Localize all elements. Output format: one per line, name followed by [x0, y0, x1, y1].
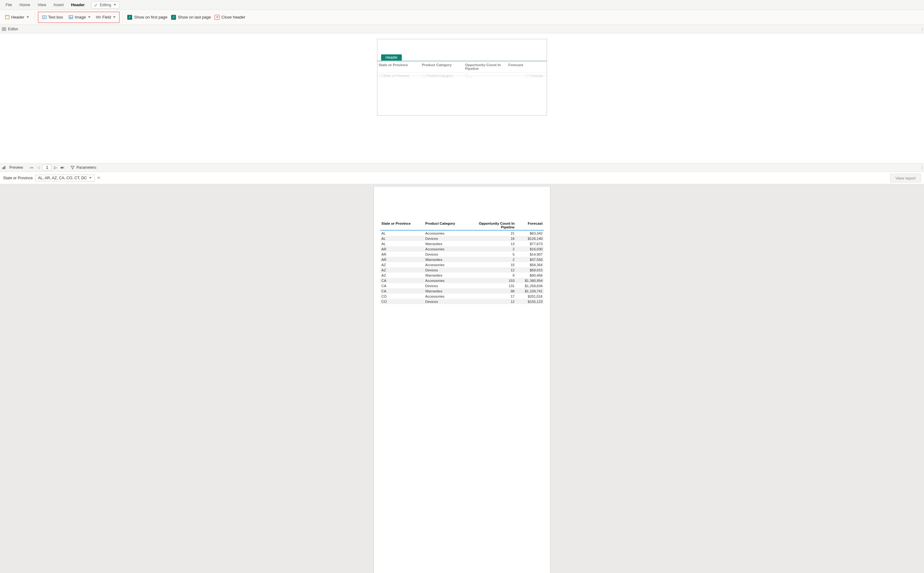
table-cell: 5 [469, 252, 516, 257]
show-last-label: Show on last page [178, 15, 211, 19]
expand-panel-icon[interactable]: ⟩ [921, 165, 923, 170]
table-cell: $201,016 [516, 294, 544, 299]
prev-page-button[interactable]: ◁ [36, 165, 41, 170]
show-last-page-toggle[interactable]: ✓ Show on last page [171, 15, 211, 20]
insert-group-highlight: A Text box Image Field [38, 12, 120, 23]
report-header-cell: Forecast [516, 221, 544, 230]
view-report-button[interactable]: View report [890, 174, 921, 182]
table-cell: 88 [469, 288, 516, 294]
chevron-down-icon [88, 16, 91, 18]
menu-bar: File Home View Insert Header Editing [0, 0, 924, 10]
menu-tab-home[interactable]: Home [16, 0, 34, 9]
show-first-page-toggle[interactable]: ✓ Show on first page [127, 15, 167, 20]
design-body-divider [378, 76, 546, 76]
table-cell: AR [380, 252, 424, 257]
design-col-header[interactable]: Product Category [421, 61, 464, 72]
image-button-label: Image [75, 15, 86, 19]
chevron-down-icon [113, 16, 116, 18]
design-col-header[interactable]: Opportunity Count In Pipeline [464, 61, 507, 72]
parameter-filter-row: State or Province AL, AR, AZ, CA, CO, CT… [0, 172, 924, 184]
menu-tab-file[interactable]: File [2, 0, 16, 9]
design-page[interactable]: Header State or Province Product Categor… [377, 39, 547, 116]
table-row: ALDevices16$126,140 [380, 236, 544, 241]
table-cell: $155,123 [516, 299, 544, 304]
checkbox-checked-icon: ✓ [127, 15, 132, 20]
preview-header-space [380, 196, 544, 221]
report-table: State or Province Product Category Oppor… [380, 221, 544, 304]
clear-filter-button[interactable]: ✕ [97, 175, 100, 180]
design-header-zone: Header State or Province Product Categor… [378, 61, 546, 79]
svg-rect-18 [3, 167, 4, 169]
table-row: CADevices131$1,258,634 [380, 283, 544, 288]
table-cell: $1,109,741 [516, 288, 544, 294]
svg-rect-1 [5, 16, 9, 16]
editing-mode-dropdown[interactable]: Editing [91, 1, 120, 9]
parameters-label: Parameters [76, 165, 96, 170]
table-cell: Devices [424, 267, 469, 272]
table-cell: 15 [469, 262, 516, 267]
header-zone-tab[interactable]: Header [381, 55, 402, 61]
table-cell: CA [380, 288, 424, 294]
editor-icon [2, 27, 6, 31]
design-col-header[interactable]: Forecast [507, 61, 544, 72]
svg-rect-12 [4, 29, 6, 30]
table-cell: AR [380, 246, 424, 252]
field-dropdown-button[interactable]: Field [94, 13, 118, 22]
menu-tab-view[interactable]: View [34, 0, 50, 9]
table-row: AZAccessories15$58,364 [380, 262, 544, 267]
close-header-button[interactable]: ✕ Close header [215, 15, 245, 20]
svg-rect-10 [4, 27, 6, 28]
svg-rect-7 [99, 16, 101, 18]
table-row: ARDevices5$14,907 [380, 252, 544, 257]
table-cell: Devices [424, 236, 469, 241]
page-number-input[interactable] [42, 164, 52, 171]
textbox-button-label: Text box [48, 15, 63, 19]
table-row: ALAccessories21$63,342 [380, 230, 544, 236]
table-cell: Accessories [424, 278, 469, 283]
table-row: CAAccessories153$1,380,954 [380, 278, 544, 283]
table-cell: $37,550 [516, 257, 544, 262]
table-cell: 17 [469, 294, 516, 299]
svg-point-5 [70, 16, 70, 17]
menu-tab-insert[interactable]: Insert [50, 0, 68, 9]
table-cell: 16 [469, 236, 516, 241]
preview-title: Preview [9, 165, 23, 170]
pencil-icon [94, 3, 98, 7]
last-page-button[interactable]: ⏭ [59, 165, 66, 170]
preview-canvas[interactable]: State or Province Product Category Oppor… [0, 184, 924, 573]
table-cell: 131 [469, 283, 516, 288]
table-cell: Accessories [424, 246, 469, 252]
table-cell: Accessories [424, 294, 469, 299]
editor-section-bar: Editor ⟩ [0, 25, 924, 33]
ribbon-header: Header A Text box Image Field ✓ Show [0, 10, 924, 25]
table-cell: 9 [469, 272, 516, 278]
image-dropdown-button[interactable]: Image [66, 13, 93, 22]
editor-title: Editor [8, 27, 18, 31]
chart-icon [2, 165, 6, 170]
editing-mode-label: Editing [100, 3, 111, 7]
menu-tab-header[interactable]: Header [67, 0, 88, 9]
first-page-button[interactable]: ⏮ [28, 165, 34, 170]
header-dropdown-button[interactable]: Header [3, 13, 31, 22]
table-cell: CA [380, 278, 424, 283]
editor-canvas[interactable]: Header State or Province Product Categor… [0, 33, 924, 163]
checkbox-checked-icon: ✓ [171, 15, 176, 20]
table-cell: $58,364 [516, 262, 544, 267]
state-filter-dropdown[interactable]: AL, AR, AZ, CA, CO, CT, DC [35, 175, 95, 182]
table-row: ALWarranties13$77,673 [380, 241, 544, 246]
svg-rect-19 [5, 166, 5, 169]
table-cell: CO [380, 294, 424, 299]
expand-panel-icon[interactable]: ⟩ [921, 27, 923, 31]
table-row: ARWarranties2$37,550 [380, 257, 544, 262]
ribbon-separator [34, 13, 35, 22]
table-cell: $126,140 [516, 236, 544, 241]
table-cell: AZ [380, 272, 424, 278]
textbox-button[interactable]: A Text box [39, 13, 66, 22]
next-page-button[interactable]: ▷ [53, 165, 58, 170]
table-cell: $16,030 [516, 246, 544, 252]
table-cell: $58,815 [516, 267, 544, 272]
design-col-header[interactable]: State or Province [378, 61, 421, 72]
page-navigator: ⏮ ◁ ▷ ⏭ [28, 164, 66, 171]
table-cell: $77,673 [516, 241, 544, 246]
parameters-button[interactable]: Parameters [70, 165, 96, 170]
